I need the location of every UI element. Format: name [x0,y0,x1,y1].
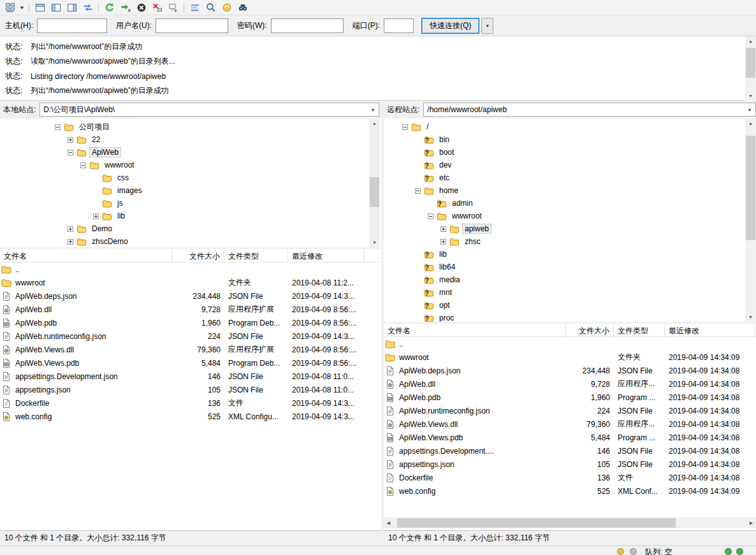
local-tree-toggle-icon[interactable] [48,1,64,15]
tree-item[interactable]: lib [0,210,381,222]
tree-item[interactable]: zhsc [384,235,756,248]
tree-item[interactable]: ?admin [384,197,756,210]
collapse-icon[interactable] [428,213,433,219]
collapse-icon[interactable] [415,188,421,194]
file-row[interactable]: appsettings.Development....146JSON File2… [384,444,756,458]
column-header[interactable]: 最近修改 [665,324,755,336]
compare-icon[interactable] [203,1,219,15]
tree-item[interactable]: ?media [384,273,756,286]
quickconnect-button[interactable]: 快速连接(Q) [421,18,479,34]
tree-item[interactable]: css [0,171,381,184]
sync-browse-icon[interactable] [219,1,235,15]
expand-icon[interactable] [440,239,446,245]
column-header[interactable]: 文件类型 [224,249,288,262]
local-site-combobox[interactable]: D:\公司项目\ApiWeb\ ▼ [40,103,379,117]
remote-tree-scrollbar[interactable]: ▲ ▼ [745,119,756,322]
collapse-icon[interactable] [55,124,61,130]
tree-item[interactable]: 22 [0,133,381,146]
scrollbar-thumb[interactable] [746,48,755,78]
expand-icon[interactable] [440,226,446,232]
disconnect-icon[interactable] [149,1,165,15]
tree-item[interactable]: wwwroot [0,159,381,171]
column-header[interactable]: 文件名 [384,324,566,336]
file-row[interactable]: ApiWeb.deps.json234,448JSON File2019-04-… [384,364,756,377]
port-input[interactable] [384,18,414,33]
host-input[interactable] [37,18,107,33]
file-row[interactable]: ApiWeb.deps.json234,448JSON File2019-04-… [0,289,381,303]
collapse-icon[interactable] [68,150,73,155]
queue-failed-icon[interactable] [630,548,637,555]
tree-item[interactable]: ?boot [384,146,756,159]
tree-item[interactable]: js [0,197,381,210]
process-queue-icon[interactable] [117,1,133,15]
tree-item[interactable]: ?etc [384,171,756,184]
collapse-icon[interactable] [402,124,408,130]
tree-item[interactable]: 公司项目 [0,120,381,133]
file-row[interactable]: .. [0,263,381,276]
tree-item[interactable]: ?lib [384,248,756,261]
file-row[interactable]: ApiWeb.dll9,728应用程序扩展2019-04-09 8:56:... [0,303,381,316]
file-row[interactable]: ApiWeb.pdb1,960Program ...2019-04-09 14:… [384,391,756,404]
tree-item[interactable]: ApiWeb [0,146,381,159]
message-log-toggle-icon[interactable] [32,1,48,15]
file-row[interactable]: appsettings.json105JSON File2019-04-08 1… [0,383,381,396]
tree-item[interactable]: ?bin [384,133,756,146]
tree-item[interactable]: images [0,184,381,197]
remote-list-hscrollbar[interactable]: ◀ ▶ [384,517,756,528]
scroll-up-button[interactable]: ▲ [369,119,380,128]
column-header[interactable]: 文件大小 [172,249,224,262]
cancel-icon[interactable] [133,1,149,15]
reconnect-icon[interactable] [165,1,181,15]
collapse-icon[interactable] [80,162,86,168]
find-icon[interactable] [235,1,251,15]
expand-icon[interactable] [68,226,73,232]
file-row[interactable]: wwwroot文件夹2019-04-08 11:2... [0,276,381,289]
expand-icon[interactable] [93,213,99,219]
local-tree-scrollbar[interactable]: ▲ ▼ [369,119,380,247]
file-row[interactable]: ApiWeb.pdb1,960Program Deb...2019-04-09 … [0,316,381,329]
scroll-left-button[interactable]: ◀ [384,517,393,528]
tree-item[interactable]: Demo [0,222,381,235]
scroll-down-button[interactable]: ▼ [745,312,756,322]
tree-item[interactable]: ?proc [384,312,756,322]
username-input[interactable] [156,18,228,33]
scrollbar-track[interactable] [745,128,756,312]
scrollbar-track[interactable] [393,517,746,528]
file-row[interactable]: web.config525XML Configu...2019-04-09 14… [0,410,381,423]
tree-item[interactable]: ?opt [384,299,756,312]
scroll-down-button[interactable]: ▼ [745,91,756,101]
tree-item[interactable]: ?lib64 [384,261,756,273]
column-header[interactable]: 文件名 [0,249,172,262]
file-row[interactable]: web.config525XML Conf...2019-04-09 14:34… [384,484,756,498]
column-header[interactable]: 最近修改 [288,249,364,262]
scrollbar-track[interactable] [369,128,380,238]
tree-item[interactable]: home [384,184,756,197]
expand-icon[interactable] [68,239,73,245]
column-header[interactable]: 文件大小 [566,324,614,336]
column-header[interactable]: 文件类型 [614,324,665,336]
filter-icon[interactable] [187,1,203,15]
file-row[interactable]: .. [384,337,756,350]
quickconnect-dropdown-icon[interactable]: ▼ [481,18,493,34]
scroll-right-button[interactable]: ▶ [746,517,756,528]
scrollbar-thumb[interactable] [746,136,755,241]
file-row[interactable]: ApiWeb.Views.pdb5,484Program Deb...2019-… [0,356,381,370]
file-row[interactable]: ApiWeb.runtimeconfig.json224JSON File201… [384,404,756,417]
password-input[interactable] [271,18,344,33]
file-row[interactable]: appsettings.json105JSON File2019-04-09 1… [384,458,756,471]
chevron-down-icon[interactable]: ▼ [744,108,755,112]
scrollbar-thumb[interactable] [370,177,379,206]
site-manager-caret-icon[interactable] [18,1,26,15]
tree-item[interactable]: / [384,120,756,133]
file-row[interactable]: ApiWeb.Views.dll79,360应用程序扩展2019-04-09 8… [0,343,381,356]
tree-item[interactable]: ?mnt [384,286,756,299]
file-row[interactable]: Dockerfile136文件2019-04-09 14:3... [0,396,381,410]
scrollbar-track[interactable] [745,46,756,91]
chevron-down-icon[interactable]: ▼ [367,108,379,112]
file-row[interactable]: Dockerfile136文件2019-04-09 14:34:08 [384,471,756,484]
message-log-scrollbar[interactable]: ▲ ▼ [745,36,756,101]
remote-site-combobox[interactable]: /home/wwwroot/apiweb ▼ [423,103,756,117]
file-row[interactable]: wwwroot文件夹2019-04-09 14:34:09 [384,350,756,364]
queue-toggle-icon[interactable] [80,1,96,15]
remote-tree-toggle-icon[interactable] [64,1,80,15]
